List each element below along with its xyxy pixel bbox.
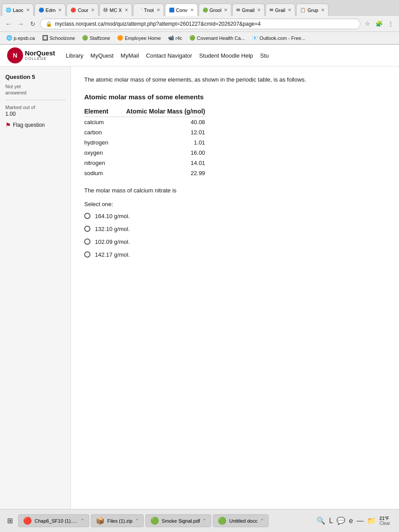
nav-link-stu[interactable]: Stu	[260, 52, 269, 59]
tab-favicon-8: ✉	[270, 8, 273, 12]
radio-3[interactable]	[84, 251, 90, 258]
element-table: ElementAtomic Molar Mass (g/mol)calcium4…	[84, 106, 205, 178]
bookmark-btn[interactable]: ☆	[363, 20, 372, 28]
flag-icon: ⚑	[5, 121, 11, 129]
bookmark-label-0: p.epsb.ca	[14, 35, 35, 41]
widgets-icon[interactable]: L	[329, 517, 333, 525]
taskbar-item-0[interactable]: 🔴Chap6_SF10 (1).pdf⌃	[18, 514, 89, 527]
tab-close-9[interactable]: ✕	[321, 8, 325, 12]
taskbar-item-3[interactable]: 🟢Untitled docc⌃	[213, 514, 269, 527]
bookmark-icon-3: 🟠	[117, 35, 123, 41]
flag-question-button[interactable]: ⚑ Flag question	[5, 121, 45, 129]
nav-link-library[interactable]: Library	[66, 52, 83, 59]
browser-tab-1[interactable]: 🔵Edm✕	[35, 4, 66, 16]
browser-tab-8[interactable]: ✉Grail✕	[266, 4, 295, 16]
tab-close-1[interactable]: ✕	[58, 8, 62, 12]
taskbar-item-label-3: Untitled docc	[229, 518, 258, 524]
bookmark-item-6[interactable]: 📧Outlook.com - Free...	[249, 35, 308, 41]
option-item-1: 132.10 g/mol.	[84, 226, 386, 232]
tab-close-7[interactable]: ✕	[257, 8, 261, 12]
browser-tab-0[interactable]: 🌐Laoc✕	[2, 4, 34, 16]
taskbar-expand-1[interactable]: ⌃	[135, 518, 139, 523]
nav-link-contact-navigator[interactable]: Contact Navigator	[146, 52, 192, 59]
taskbar: ⊞ 🔴Chap6_SF10 (1).pdf⌃📦Files (1).zip⌃🟢Sm…	[0, 509, 399, 532]
nav-link-mymail[interactable]: MyMail	[121, 52, 139, 59]
site-navbar: N NorQuest COLLEGE LibraryMyQuestMyMailC…	[0, 45, 399, 66]
norquest-logo: N NorQuest COLLEGE	[7, 47, 55, 63]
table-row: sodium22.99	[84, 168, 205, 178]
minimize-icon[interactable]: —	[356, 517, 364, 525]
bookmark-item-3[interactable]: 🟠Employee Home	[114, 35, 163, 41]
browser-chrome: 🌐Laoc✕🔵Edm✕🔴Cour✕ⓂMC X✕📄Tnot✕🟦Conv✕🟢Groo…	[0, 0, 399, 45]
tab-favicon-5: 🟦	[169, 8, 174, 12]
option-label-1[interactable]: 132.10 g/mol.	[95, 226, 130, 232]
taskbar-item-2[interactable]: 🟢Smoke Signal.pdf⌃	[145, 514, 211, 527]
option-label-3[interactable]: 142.17 g/mol.	[95, 251, 130, 258]
element-mass-2: 1.01	[126, 137, 205, 148]
tab-close-8[interactable]: ✕	[288, 8, 291, 12]
browser-tab-9[interactable]: 📋Grup✕	[296, 4, 328, 16]
bookmark-item-2[interactable]: 🟢Staffzone	[79, 35, 113, 41]
sidebar: Question 5 Not yet answered Marked out o…	[0, 66, 71, 510]
bookmark-icon-4: 📹	[168, 35, 174, 41]
bookmark-item-5[interactable]: 🟢Covenant Health Ca...	[187, 35, 247, 41]
taskbar-item-label-1: Files (1).zip	[107, 518, 133, 524]
taskbar-expand-3[interactable]: ⌃	[260, 518, 264, 523]
menu-btn[interactable]: ⋮	[386, 20, 395, 28]
forward-button[interactable]: →	[16, 20, 26, 28]
tab-label-0: Laoc	[13, 8, 23, 13]
tab-close-3[interactable]: ✕	[125, 8, 128, 12]
element-mass-5: 22.99	[126, 168, 205, 178]
folder-icon[interactable]: 📁	[367, 516, 376, 525]
bookmark-item-4[interactable]: 📹r4c	[165, 35, 185, 41]
bookmark-item-0[interactable]: 🌐p.epsb.ca	[4, 35, 38, 41]
radio-0[interactable]	[84, 213, 90, 219]
browser-tab-5[interactable]: 🟦Conv✕	[165, 4, 198, 16]
radio-1[interactable]	[84, 226, 90, 232]
radio-2[interactable]	[84, 239, 90, 245]
tab-close-0[interactable]: ✕	[26, 8, 30, 12]
tab-close-5[interactable]: ✕	[190, 8, 194, 12]
taskbar-item-1[interactable]: 📦Files (1).zip⌃	[91, 514, 144, 527]
bookmark-icon-5: 🟢	[189, 35, 196, 41]
back-button[interactable]: ←	[4, 20, 13, 28]
taskbar-expand-2[interactable]: ⌃	[203, 518, 206, 523]
option-label-0[interactable]: 164.10 g/mol.	[95, 213, 130, 219]
browser-tab-3[interactable]: ⓂMC X✕	[99, 4, 132, 16]
bookmark-item-1[interactable]: 🔲Schoolzone	[39, 35, 78, 41]
address-bar[interactable]: 🔒 myclass.norquest.ca/mod/quiz/attempt.p…	[40, 19, 360, 29]
tab-close-6[interactable]: ✕	[224, 8, 227, 12]
search-taskbar-icon[interactable]: 🔍	[317, 516, 325, 525]
element-name-1: carbon	[84, 127, 126, 137]
browser-tab-4[interactable]: 📄Tnot✕	[133, 4, 164, 16]
not-yet-label: Not yet	[5, 84, 65, 89]
tab-favicon-0: 🌐	[6, 8, 11, 12]
reload-button[interactable]: ↻	[28, 20, 37, 28]
table-row: oxygen16.00	[84, 148, 205, 158]
browser-tab-6[interactable]: 🟢Grool✕	[199, 4, 232, 16]
nav-links: LibraryMyQuestMyMailContact NavigatorStu…	[66, 52, 269, 59]
option-label-2[interactable]: 102.09 g/mol.	[95, 239, 130, 245]
chat-icon[interactable]: 💬	[336, 516, 345, 525]
taskbar-expand-0[interactable]: ⌃	[81, 518, 84, 523]
logo-sub-text: COLLEGE	[25, 57, 55, 61]
nav-link-student-moodle-help[interactable]: Student Moodle Help	[199, 52, 253, 59]
edge-icon[interactable]: e	[349, 517, 353, 525]
tab-favicon-9: 📋	[300, 8, 305, 12]
bookmark-icon-6: 📧	[252, 35, 258, 41]
nav-link-myquest[interactable]: MyQuest	[90, 52, 113, 59]
table-row: nitrogen14.01	[84, 158, 205, 168]
tab-close-4[interactable]: ✕	[156, 8, 160, 12]
browser-tab-2[interactable]: 🔴Cour✕	[66, 4, 98, 16]
bookmark-label-4: r4c	[176, 35, 182, 41]
bookmark-label-3: Employee Home	[125, 35, 160, 41]
extension-btn[interactable]: 🧩	[374, 20, 384, 28]
logo-text: NorQuest COLLEGE	[25, 50, 55, 61]
element-name-3: oxygen	[84, 148, 126, 158]
table-title: Atomic molar mass of some elements	[84, 93, 386, 101]
windows-icon[interactable]: ⊞	[7, 516, 13, 525]
browser-tab-7[interactable]: ✉Gmail✕	[232, 4, 265, 16]
tab-close-2[interactable]: ✕	[91, 8, 94, 12]
tab-favicon-6: 🟢	[203, 8, 208, 12]
element-mass-1: 12.01	[126, 127, 205, 137]
